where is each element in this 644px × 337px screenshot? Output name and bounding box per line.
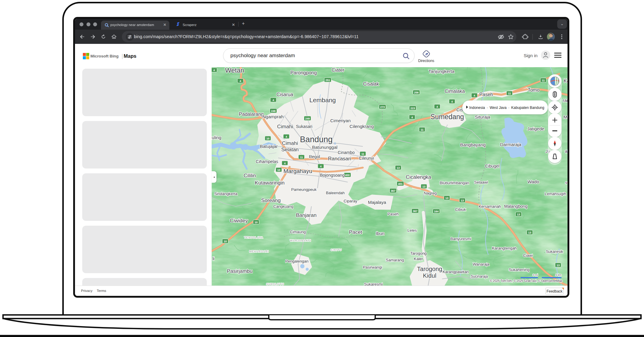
svg-text:Malangbong: Malangbong (504, 204, 527, 209)
svg-text:11: 11 (300, 156, 303, 159)
svg-text:Paseh: Paseh (479, 92, 493, 97)
svg-text:MEKARSARI: MEKARSARI (249, 250, 269, 253)
svg-text:Cisarua: Cisarua (276, 92, 293, 97)
svg-text:ran: ran (563, 98, 568, 103)
svg-text:13: 13 (557, 264, 560, 267)
svg-text:Padalarang: Padalarang (239, 112, 264, 117)
svg-text:3 mi: 3 mi (533, 273, 538, 276)
svg-text:Ka: Ka (564, 78, 568, 83)
svg-text:Parongpong: Parongpong (290, 70, 317, 75)
svg-text:Darmaraja: Darmaraja (500, 142, 522, 147)
svg-text:Jatigede: Jatigede (527, 126, 545, 131)
svg-text:Kaler: Kaler (414, 257, 423, 261)
svg-text:Lembang: Lembang (309, 97, 336, 103)
svg-text:Cimenyan: Cimenyan (330, 118, 351, 123)
svg-text:13: 13 (445, 197, 448, 200)
svg-text:Cisalak: Cisalak (363, 81, 379, 87)
svg-text:4: 4 (411, 116, 413, 119)
svg-text:13: 13 (422, 185, 425, 188)
svg-text:4: 4 (320, 165, 321, 168)
svg-text:Ngamprah: Ngamprah (262, 114, 284, 119)
svg-text:4: 4 (213, 69, 215, 72)
svg-text:Kidul: Kidul (423, 272, 436, 279)
svg-text:Banjaran: Banjaran (296, 212, 317, 218)
svg-text:Bluburlimbangan: Bluburlimbangan (440, 181, 469, 185)
svg-text:Majalaya: Majalaya (368, 200, 386, 205)
svg-text:4: 4 (473, 94, 475, 97)
svg-text:Ciawi: Ciawi (523, 253, 533, 258)
svg-text:4: 4 (436, 105, 438, 108)
svg-text:© 2025 TomTom, © 2025 GrabTaxi: © 2025 TomTom, © 2025 GrabTaxi, © OpenSt… (490, 279, 562, 283)
svg-text:10: 10 (255, 221, 258, 224)
svg-text:su: su (565, 180, 568, 185)
svg-text:Cangkuang: Cangkuang (273, 204, 294, 209)
svg-text:400: 400 (345, 174, 350, 177)
svg-text:13: 13 (461, 199, 464, 202)
svg-text:4: 4 (451, 100, 453, 103)
svg-text:256: 256 (414, 91, 418, 94)
svg-text:13: 13 (397, 166, 400, 169)
svg-text:Sukasari: Sukasari (296, 124, 312, 129)
svg-text:Cimahi: Cimahi (277, 124, 293, 129)
svg-text:Paseh: Paseh (388, 212, 399, 216)
svg-text:Cibugel: Cibugel (485, 164, 499, 168)
svg-text:Cimahi: Cimahi (282, 140, 298, 146)
svg-text:11: 11 (361, 152, 364, 155)
svg-text:Sukaresmi: Sukaresmi (364, 282, 383, 286)
svg-text:Cimalaka: Cimalaka (445, 89, 465, 94)
svg-text:Bojongsoang: Bojongsoang (320, 173, 345, 178)
svg-text:10: 10 (224, 240, 227, 243)
svg-text:Ibun: Ibun (376, 231, 384, 236)
svg-text:SUKALUYU: SUKALUYU (266, 282, 284, 286)
svg-text:Cileunyi: Cileunyi (359, 156, 374, 161)
svg-text:Banyuresmi: Banyuresmi (450, 237, 471, 241)
svg-text:Pengalengan: Pengalengan (285, 259, 309, 263)
svg-text:Selaawi: Selaawi (474, 180, 488, 185)
svg-text:Situraja: Situraja (475, 114, 491, 119)
svg-text:246: 246 (271, 110, 275, 113)
svg-text:4: 4 (272, 99, 274, 102)
svg-text:Kutawaringin: Kutawaringin (255, 180, 285, 186)
svg-text:Margahayu: Margahayu (283, 168, 312, 174)
svg-text:10: 10 (266, 137, 269, 140)
svg-text:Leles: Leles (407, 228, 417, 233)
svg-text:CIKITU: CIKITU (330, 248, 342, 251)
svg-text:li: li (213, 256, 215, 261)
svg-text:11: 11 (421, 128, 424, 131)
svg-text:Samarang: Samarang (386, 258, 404, 262)
svg-text:13: 13 (528, 231, 531, 234)
svg-text:Selatan: Selatan (281, 147, 299, 152)
svg-text:Soreang: Soreang (261, 198, 281, 203)
svg-text:Pacet: Pacet (349, 229, 362, 235)
svg-text:13: 13 (517, 213, 520, 216)
svg-text:Cis: Cis (456, 107, 463, 112)
svg-text:Cihampelas: Cihampelas (256, 159, 278, 164)
svg-text:Nagreg: Nagreg (424, 191, 437, 195)
svg-text:Sindangkerta: Sindangkerta (214, 191, 238, 196)
svg-text:Cibiuk: Cibiuk (455, 207, 466, 212)
svg-text:Pameungpeuk: Pameungpeuk (291, 187, 317, 192)
svg-text:10: 10 (277, 168, 280, 172)
svg-text:Tomo: Tomo (528, 87, 539, 93)
svg-text:Batujajar: Batujajar (260, 144, 278, 149)
svg-text:Ciater: Ciater (332, 67, 345, 73)
svg-text:Bandung: Bandung (300, 135, 333, 144)
svg-text:Rancasari: Rancasari (328, 156, 351, 162)
svg-text:Cilengkrang: Cilengkrang (350, 124, 374, 129)
svg-text:Ciwidey: Ciwidey (230, 218, 248, 224)
svg-text:Karangtengah: Karangtengah (492, 246, 517, 250)
svg-text:Sukahening: Sukahening (509, 267, 530, 272)
svg-text:273: 273 (380, 106, 385, 109)
svg-text:Sukaresik: Sukaresik (546, 249, 563, 254)
svg-text:251: 251 (325, 79, 330, 82)
svg-text:Tarogong: Tarogong (410, 251, 427, 256)
svg-text:Tarogong: Tarogong (417, 266, 442, 272)
svg-text:Ciparay: Ciparay (344, 199, 357, 203)
svg-text:WARJABAKTI: WARJABAKTI (290, 239, 311, 242)
svg-text:Sumedang: Sumedang (430, 113, 464, 121)
svg-text:4: 4 (284, 162, 285, 165)
svg-text:Kersamanah: Kersamanah (479, 204, 501, 209)
svg-text:4: 4 (239, 80, 241, 83)
svg-text:al: al (565, 149, 568, 154)
svg-text:Cimaung: Cimaung (290, 230, 306, 234)
